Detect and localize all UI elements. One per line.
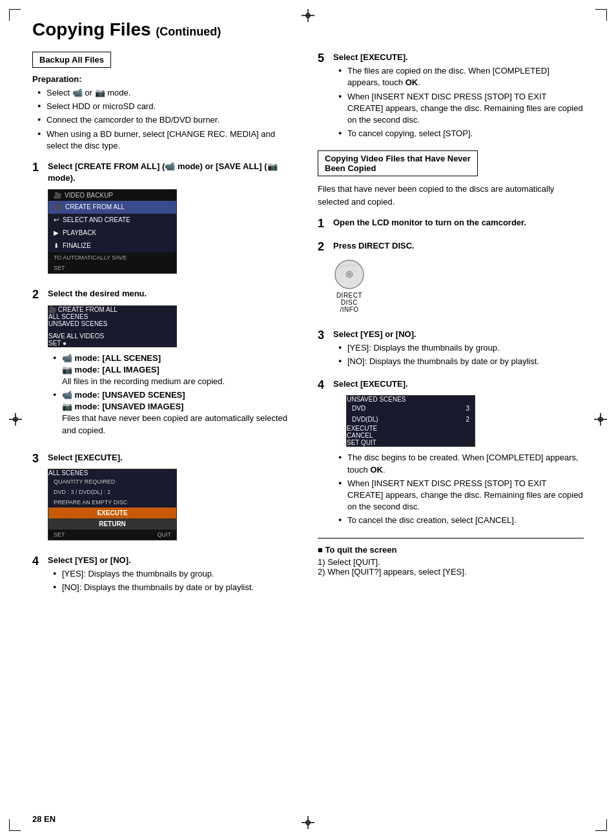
dvddl-value: 2 [466,416,469,423]
save-videos-label: SAVE ALL VIDEOS [48,333,104,340]
right-step3-bullet-1: [YES]: Displays the thumbnails by group. [338,342,584,354]
prep-item-4: When using a BD burner, select [CHANGE R… [37,128,298,152]
disc-icon-area: DIRECT DISC/INFO [333,258,584,313]
dvddl-label: DVD(DL) [352,416,378,423]
left-column: Backup All Files Preparation: Select 📹 o… [32,52,298,605]
preparation-block: Preparation: Select 📹 or 📷 mode. Select … [32,74,298,152]
corner-mark-tr [595,9,607,21]
right-step-3: 3 Select [YES] or [NO]. [YES]: Displays … [318,329,584,370]
corner-mark-br [595,819,607,831]
main-content: Backup All Files Preparation: Select 📹 o… [32,52,584,605]
right-step-3-bullets: [YES]: Displays the thumbnails by group.… [333,342,584,367]
menu2-header: 🎥 CREATE FROM ALL [48,306,176,313]
right-exec-bottom-bar: SET QUIT [347,439,475,446]
step-2-bullets: 📹 mode: [ALL SCENES] 📷 mode: [ALL IMAGES… [48,353,298,436]
exec-bottom-bar: SET QUIT [48,529,176,540]
menu2-all-scenes: ALL SCENES [48,313,176,320]
menu-playback: ▶ PLAYBACK [48,227,176,240]
right-step-3-content: Select [YES] or [NO]. [YES]: Displays th… [333,329,584,370]
prep-list: Select 📹 or 📷 mode. Select HDD or microS… [32,87,298,152]
step-4-bullets: [YES]: Displays the thumbnails by group.… [48,568,298,593]
step4-bullet-2: [NO]: Displays the thumbnails by date or… [53,582,298,593]
to-quit-section: ■ To quit the screen 1) Select [QUIT]. 2… [318,538,584,577]
exec-qty-value: DVD : 3 / DVD(DL) : 2 [48,487,176,497]
exec-prepare-label: PREPARE AN EMPTY DISC [48,497,176,507]
exec-execute-btn: EXECUTE [48,507,176,518]
title-text: Copying Files [32,19,151,39]
menu2-spacer [48,327,176,333]
bottom-crosshair [302,816,314,831]
disc-label: DIRECT DISC/INFO [333,292,365,313]
select-icon: ↩ [54,216,59,225]
step-5-content: Select [EXECUTE]. The files are copied o… [333,52,584,141]
exec-header: ALL SCENES [48,469,176,476]
right-step4-bullet-3: To cancel the disc creation, select [CAN… [338,515,584,526]
step-num-2: 2 [32,288,44,302]
right-step-4-content: Select [EXECUTE]. UNSAVED SCENES DVD 3 D… [333,378,584,528]
to-quit-title: ■ To quit the screen [318,545,584,555]
to-quit-step-1: 1) Select [QUIT]. [318,557,584,567]
right-step4-bullet-1: The disc begins to be created. When [COM… [338,452,584,475]
menu2-save-videos: SAVE ALL VIDEOS [48,333,176,340]
right-exec-dvddl-row: DVD(DL) 2 [347,414,475,425]
step5-bullet-1: The files are copied on the disc. When [… [338,65,584,88]
menu2-set: SET ● [48,340,176,347]
step4-bullet-1: [YES]: Displays the thumbnails by group. [53,568,298,580]
right-exec-execute-btn: EXECUTE [347,425,475,432]
dvd-label: DVD [352,405,365,412]
right-step-1: 1 Open the LCD monitor to turn on the ca… [318,217,584,230]
step-1-menu: 🎥 VIDEO BACKUP 🎥 CREATE FROM ALL ↩ SELEC… [48,189,177,274]
prep-item-2: Select HDD or microSD card. [37,101,298,112]
menu-header: 🎥 VIDEO BACKUP [48,190,176,201]
step-num-5: 5 [318,52,329,65]
right-step-2-content: Press DIRECT DISC. DIRECT DISC/INFO [333,240,584,320]
right-step-2-title: Press DIRECT DISC. [333,240,584,252]
right-step-4: 4 Select [EXECUTE]. UNSAVED SCENES DVD 3… [318,378,584,528]
playback-icon: ▶ [54,229,59,238]
menu-set-label: SET [54,265,65,271]
page-number: 28 EN [32,814,56,824]
left-step-4: 4 Select [YES] or [NO]. [YES]: Displays … [32,555,298,596]
step2-bullet-1: 📹 mode: [ALL SCENES] 📷 mode: [ALL IMAGES… [53,353,298,388]
step2-bullet-2: 📹 mode: [UNSAVED SCENES] 📷 mode: [UNSAVE… [53,389,298,436]
create-icon: 🎥 [54,203,61,212]
prep-item-3: Connect the camcorder to the BD/DVD burn… [37,114,298,126]
right-exec-quit-label: QUIT [361,439,376,446]
step-3-title: Select [EXECUTE]. [48,452,298,464]
right-exec-header-text: UNSAVED SCENES [347,396,406,403]
exec-set-label: SET [54,531,65,538]
right-step-2: 2 Press DIRECT DISC. DIRECT DISC/INFO [318,240,584,320]
right-exec-cancel-btn: CANCEL [347,432,475,439]
exec-header-text: ALL SCENES [48,469,88,476]
right-exec-header: UNSAVED SCENES [347,396,475,403]
right-step-num-4: 4 [318,378,329,392]
step-3-content: Select [EXECUTE]. ALL SCENES QUANTITY RE… [48,452,298,546]
step-3-menu: ALL SCENES QUANTITY REQUIRED DVD : 3 / D… [48,469,177,540]
menu-create-from-all: 🎥 CREATE FROM ALL [48,201,176,214]
left-step-1: 1 Select [CREATE FROM ALL] (📹 mode) or [… [32,161,298,279]
exec-quit-label: QUIT [158,531,172,538]
menu-auto-save: TO AUTOMATICALLY SAVE [54,254,127,261]
left-step-2: 2 Select the desired menu. 🎥 CREATE FROM… [32,288,298,443]
menu2-header-icon: 🎥 [48,306,56,313]
left-step-3: 3 Select [EXECUTE]. ALL SCENES QUANTITY … [32,452,298,546]
backup-section-label: Backup All Files [32,52,111,68]
step-num-4: 4 [32,555,44,568]
right-column: 5 Select [EXECUTE]. The files are copied… [318,52,584,605]
right-step-5: 5 Select [EXECUTE]. The files are copied… [318,52,584,141]
copying-section-label: Copying Video Files that Have Never Been… [318,150,478,176]
step-4-title: Select [YES] or [NO]. [48,555,298,566]
section-intro: Files that have never been copied to the… [318,183,584,208]
top-crosshair [302,9,314,24]
menu-bottom: TO AUTOMATICALLY SAVE [48,252,176,263]
title-continued: (Continued) [156,25,221,38]
right-crosshair [594,413,607,427]
step-num-1: 1 [32,161,44,174]
step-5-bullets: The files are copied on the disc. When [… [333,65,584,139]
menu-select-create: ↩ SELECT AND CREATE [48,214,176,227]
svg-point-14 [348,273,351,276]
right-step-4-bullets: The disc begins to be created. When [COM… [333,452,584,526]
step-2-menu: 🎥 CREATE FROM ALL ALL SCENES UNSAVED SCE… [48,305,177,347]
finalize-icon: ⬇ [54,241,59,251]
right-step-num-2: 2 [318,240,329,254]
